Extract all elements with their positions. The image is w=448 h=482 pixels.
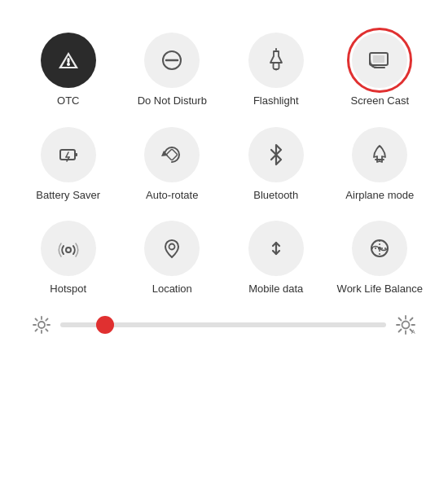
airplane-icon-circle [352, 127, 407, 182]
svg-rect-6 [273, 63, 279, 69]
svg-point-2 [67, 63, 70, 66]
brightness-max-icon: A [396, 315, 415, 335]
battery-icon-circle [41, 127, 96, 182]
tile-bluetooth[interactable]: Bluetooth [224, 119, 328, 207]
tile-flashlight[interactable]: Flashlight [224, 24, 328, 112]
svg-line-42 [399, 318, 402, 320]
brightness-min-icon [33, 316, 51, 334]
worklife-icon-circle [352, 221, 407, 276]
brightness-row: A [16, 300, 432, 335]
otc-label: OTC [57, 94, 79, 107]
svg-rect-13 [75, 153, 77, 156]
svg-line-14 [66, 152, 68, 157]
worklife-label: Work Life Balance [337, 283, 423, 296]
tile-screen-cast[interactable]: Screen Cast [328, 24, 433, 112]
flashlight-label: Flashlight [253, 94, 299, 107]
bluetooth-icon-circle [248, 127, 304, 182]
tile-auto-rotate[interactable]: Auto-rotate [121, 119, 225, 207]
airplane-label: Airplane mode [345, 189, 414, 202]
bluetooth-label: Bluetooth [253, 189, 298, 202]
screencast-label: Screen Cast [350, 94, 409, 107]
rotate-icon-circle [144, 127, 200, 182]
svg-rect-11 [373, 55, 384, 63]
tile-otc[interactable]: OTC [16, 24, 121, 112]
location-label: Location [152, 283, 192, 296]
brightness-thumb[interactable] [96, 316, 114, 334]
svg-point-20 [66, 248, 71, 252]
svg-point-28 [38, 322, 45, 328]
brightness-slider[interactable] [60, 322, 386, 327]
svg-line-45 [399, 329, 402, 331]
mobiledata-label: Mobile data [248, 283, 303, 296]
svg-point-37 [402, 321, 410, 328]
flashlight-icon-circle [248, 33, 304, 88]
otc-icon-circle [41, 33, 96, 88]
tile-do-not-disturb[interactable]: Do Not Disturb [121, 24, 225, 112]
screencast-icon-circle [352, 33, 407, 88]
tile-battery-saver[interactable]: Battery Saver [16, 119, 121, 207]
hotspot-label: Hotspot [50, 283, 86, 296]
tile-work-life-balance[interactable]: Work Life Balance [328, 213, 433, 300]
svg-line-36 [36, 329, 37, 331]
dnd-icon-circle [144, 33, 200, 88]
svg-line-34 [46, 329, 47, 331]
svg-line-44 [411, 318, 413, 320]
tile-airplane-mode[interactable]: Airplane mode [328, 119, 433, 207]
svg-line-35 [46, 318, 47, 320]
quick-settings-grid: OTC Do Not Disturb Flashlight [16, 24, 432, 300]
svg-rect-18 [166, 149, 178, 160]
dnd-label: Do Not Disturb [138, 94, 207, 107]
svg-rect-3 [67, 58, 69, 63]
battery-label: Battery Saver [36, 189, 100, 202]
mobiledata-icon-circle [248, 221, 304, 276]
svg-text:A: A [411, 329, 415, 335]
hotspot-icon-circle [41, 221, 96, 276]
svg-line-33 [36, 318, 37, 320]
location-icon-circle [144, 221, 200, 276]
tile-mobile-data[interactable]: Mobile data [224, 213, 328, 300]
svg-point-21 [169, 244, 175, 250]
rotate-label: Auto-rotate [146, 189, 198, 202]
tile-hotspot[interactable]: Hotspot [16, 213, 121, 300]
tile-location[interactable]: Location [121, 213, 225, 300]
